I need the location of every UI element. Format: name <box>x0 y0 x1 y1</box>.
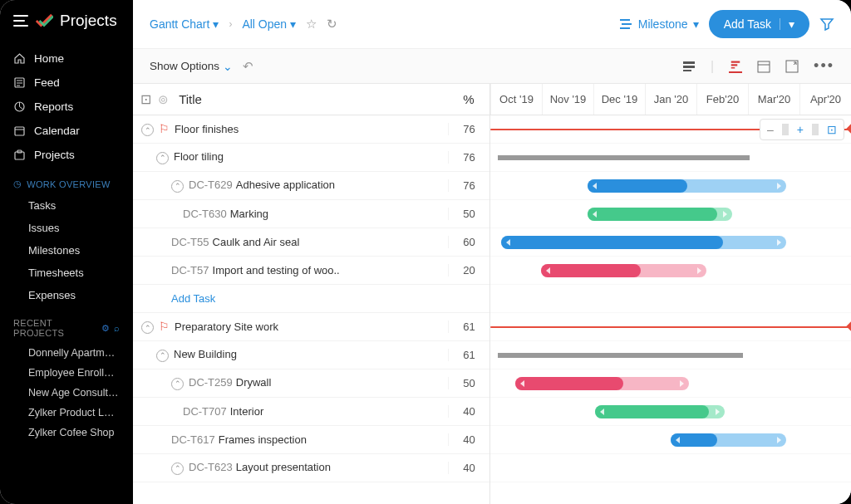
nav-work-timesheets[interactable]: Timesheets <box>0 262 133 284</box>
show-options-toggle[interactable]: Show Options ⌄ <box>150 60 233 73</box>
settings-icon[interactable]: ⚙ <box>101 323 110 334</box>
gantt-bar[interactable] <box>541 264 707 277</box>
gantt-bar[interactable] <box>595 405 725 418</box>
timeline-row[interactable] <box>490 369 851 398</box>
collapse-icon[interactable]: ⌃ <box>141 124 154 136</box>
timeline-row[interactable]: –+⊡ <box>490 115 851 144</box>
menu-icon[interactable] <box>13 15 28 27</box>
undo-icon[interactable]: ↶ <box>243 59 253 74</box>
zoom-out-button[interactable]: – <box>764 123 777 136</box>
task-row[interactable]: ⌃⚐Preparatory Site work61 <box>133 313 489 341</box>
projects-icon <box>13 149 26 161</box>
zoom-in-button[interactable]: + <box>794 123 807 136</box>
task-row[interactable]: ⌃DC-T259Drywall50 <box>133 369 489 398</box>
nav-calendar[interactable]: Calendar <box>0 119 133 143</box>
svg-rect-12 <box>683 61 695 64</box>
svg-rect-5 <box>15 127 24 135</box>
nav-home[interactable]: Home <box>0 46 133 71</box>
timeline-row[interactable] <box>490 313 851 341</box>
gantt-bar[interactable] <box>501 236 786 249</box>
more-icon[interactable]: ••• <box>814 57 834 75</box>
nav-feed[interactable]: Feed <box>0 71 133 95</box>
gantt-bar[interactable] <box>588 208 732 221</box>
view-selector[interactable]: Gantt Chart ▾ <box>150 17 219 31</box>
collapse-icon[interactable]: ⌃ <box>171 378 184 390</box>
view-mode-1-icon[interactable] <box>682 60 696 73</box>
month-header: Mar'20 <box>748 84 799 115</box>
filter-selector[interactable]: All Open ▾ <box>242 17 296 31</box>
recent-project[interactable]: New Age Consultancy <box>0 383 133 403</box>
nav-projects[interactable]: Projects <box>0 143 133 167</box>
view-mode-2-icon[interactable] <box>729 60 742 73</box>
svg-rect-15 <box>731 61 740 62</box>
search-icon[interactable]: ⌕ <box>114 323 120 334</box>
nav-work-issues[interactable]: Issues <box>0 217 133 239</box>
timeline-row[interactable] <box>490 172 851 200</box>
timeline-row[interactable] <box>490 285 851 313</box>
gantt-bar[interactable] <box>588 179 786 193</box>
percent-header[interactable]: % <box>448 92 489 106</box>
timeline-row[interactable] <box>490 144 851 172</box>
month-header: Jan '20 <box>645 84 696 115</box>
task-row[interactable]: ⌃⚐Floor finishes76 <box>133 115 489 144</box>
task-row[interactable]: DC-T617Frames inspection40 <box>133 426 489 454</box>
nav-work-expenses[interactable]: Expenses <box>0 284 133 306</box>
clock-icon: ◷ <box>13 179 22 189</box>
timeline-row[interactable] <box>490 341 851 369</box>
gantt-bar[interactable] <box>490 326 851 328</box>
section-work-overview[interactable]: ◷ WORK OVERVIEW <box>0 167 133 194</box>
task-row[interactable]: DC-T57Import and testing of woo..20 <box>133 257 489 285</box>
timeline-body[interactable]: –+⊡ <box>490 115 851 482</box>
timeline-row[interactable] <box>490 228 851 257</box>
task-row[interactable]: ⌃DC-T629Adhesive application76 <box>133 172 489 200</box>
timeline-row[interactable] <box>490 426 851 454</box>
gantt-bar[interactable] <box>671 433 786 447</box>
chevron-down-icon: ▾ <box>693 17 699 31</box>
task-row[interactable]: ⌃DC-T623Layout presentation40 <box>133 454 489 482</box>
timeline-row[interactable] <box>490 257 851 285</box>
svg-rect-18 <box>758 61 770 72</box>
timeline-row[interactable] <box>490 454 851 482</box>
recent-project[interactable]: Zylker Cofee Shop <box>0 423 133 443</box>
task-row[interactable]: DC-T707Interior40 <box>133 398 489 426</box>
calendar-icon[interactable] <box>757 60 770 73</box>
zoom-fit-button[interactable]: ⊡ <box>824 123 840 136</box>
nav-reports[interactable]: Reports <box>0 95 133 119</box>
refresh-icon[interactable]: ↻ <box>327 17 337 32</box>
gantt-bar[interactable] <box>515 377 688 390</box>
month-header: Feb'20 <box>696 84 748 115</box>
month-header: Dec '19 <box>593 84 645 115</box>
add-task-inline[interactable]: Add Task <box>133 285 489 313</box>
brand: Projects <box>0 12 133 46</box>
chevron-down-icon: ▾ <box>213 17 219 31</box>
task-row[interactable]: DC-T630Marking50 <box>133 200 489 228</box>
milestone-dropdown[interactable]: Milestone ▾ <box>620 17 699 31</box>
timeline-row[interactable] <box>490 200 851 228</box>
collapse-icon[interactable]: ⌃ <box>171 462 184 475</box>
gantt-bar[interactable] <box>498 155 750 160</box>
timeline-row[interactable] <box>490 398 851 426</box>
title-header[interactable]: Title <box>179 92 202 106</box>
collapse-icon[interactable]: ⌃ <box>141 321 154 334</box>
chevron-down-icon: ▾ <box>290 17 296 31</box>
collapse-icon[interactable]: ⌃ <box>156 350 169 362</box>
nav-work-tasks[interactable]: Tasks <box>0 194 133 217</box>
collapse-icon[interactable]: ⌃ <box>156 152 169 164</box>
recent-project[interactable]: Zylker Product Launch <box>0 403 133 423</box>
nav-work-milestones[interactable]: Milestones <box>0 239 133 262</box>
recent-project[interactable]: Donnelly Apartments <box>0 343 133 363</box>
main: Gantt Chart ▾ › All Open ▾ ☆ ↻ Milestone… <box>133 0 851 504</box>
task-row[interactable]: ⌃Floor tiling76 <box>133 144 489 172</box>
svg-rect-9 <box>620 19 630 21</box>
logo-icon <box>35 12 53 29</box>
collapse-icon[interactable]: ⌃ <box>171 180 184 193</box>
task-row[interactable]: ⌃New Building61 <box>133 341 489 369</box>
recent-project[interactable]: Employee Enrollment <box>0 363 133 383</box>
filter-icon[interactable] <box>819 17 834 32</box>
task-row[interactable]: DC-T55Caulk and Air seal60 <box>133 228 489 257</box>
gantt-bar[interactable] <box>498 353 743 358</box>
star-icon[interactable]: ☆ <box>306 17 317 32</box>
add-task-button[interactable]: Add Task ▾ <box>709 10 809 38</box>
fullscreen-icon[interactable] <box>785 60 799 73</box>
expand-all-icon[interactable]: ⊡ <box>133 91 158 107</box>
